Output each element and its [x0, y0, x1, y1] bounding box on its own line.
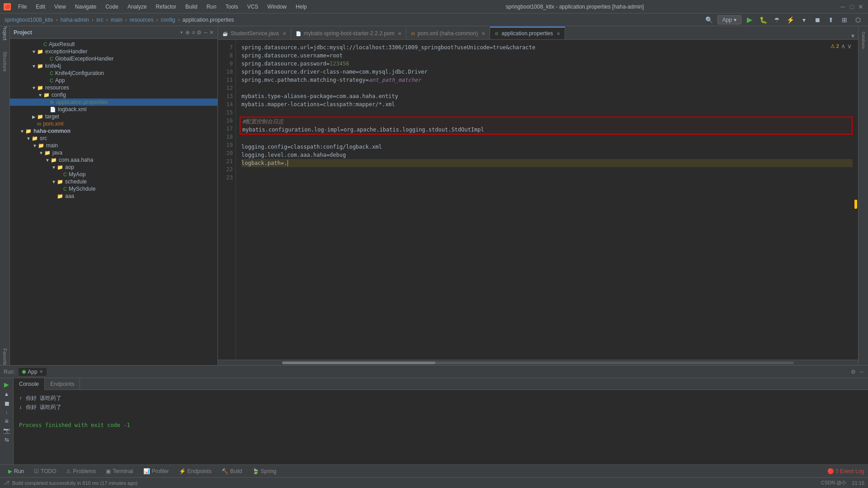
menu-build[interactable]: Build — [182, 3, 201, 11]
endpoints-tab[interactable]: Endpoints — [45, 378, 80, 390]
breadcrumb-project[interactable]: springboot1008_ktlx — [5, 17, 53, 23]
tree-item-logback[interactable]: 📄 logback.xml — [10, 106, 217, 113]
menu-tools[interactable]: Tools — [222, 3, 242, 11]
minimize-button[interactable]: ─ — [839, 3, 846, 10]
coverage-button[interactable]: ☂ — [771, 14, 782, 25]
code-content[interactable]: spring.datasource.url=jdbc:mysql://local… — [236, 40, 858, 360]
tree-item-myaop[interactable]: C MyAop — [10, 171, 217, 178]
tool-tab-run[interactable]: ▶ Run — [4, 467, 28, 475]
tree-item-java[interactable]: ▼ 📁 java — [10, 149, 217, 156]
favorites-icon[interactable]: Favorites — [0, 354, 9, 363]
profile-button[interactable]: ⚡ — [785, 14, 796, 25]
tab-close-btn[interactable]: ✕ — [283, 31, 286, 36]
tree-item-com-aaa-haha[interactable]: ▼ 📁 com.aaa.haha — [10, 156, 217, 164]
tab-application-props[interactable]: ⚙ application.properties ✕ — [490, 27, 565, 39]
tree-item-haha-common[interactable]: ▼ 📁 haha-common — [10, 127, 217, 135]
maximize-button[interactable]: □ — [848, 3, 855, 10]
breadcrumb-config[interactable]: config — [161, 17, 175, 23]
tree-item-src[interactable]: ▼ 📁 src — [10, 135, 217, 142]
tab-student-service[interactable]: ☕ StudentService.java ✕ — [218, 27, 291, 39]
run-tab-close[interactable]: ✕ — [39, 369, 43, 374]
panel-settings-btn[interactable]: ⚙ — [197, 29, 202, 36]
menu-window[interactable]: Window — [264, 3, 290, 11]
tree-item-resources[interactable]: ▼ 📁 resources — [10, 84, 217, 91]
menu-bar[interactable]: File Edit View Navigate Code Analyze Ref… — [14, 3, 311, 11]
run-panel-controls[interactable]: ⚙ ─ — [850, 368, 864, 376]
run-button[interactable]: ▶ — [744, 14, 755, 25]
tree-item-pom[interactable]: m pom.xml — [10, 120, 217, 127]
run-panel-minimize-btn[interactable]: ─ — [859, 368, 864, 376]
tool-tab-terminal[interactable]: ▣ Terminal — [101, 467, 137, 475]
menu-vcs[interactable]: VCS — [244, 3, 262, 11]
code-editor[interactable]: 7 8 9 10 11 12 13 14 15 16 17 18 19 20 2… — [218, 40, 858, 360]
debug-button[interactable]: 🐛 — [758, 14, 769, 25]
tree-item-config[interactable]: ▼ 📁 config — [10, 91, 217, 99]
run-wrap-btn[interactable]: ⇆ — [5, 436, 9, 443]
search-everywhere-btn[interactable]: 🔍 — [704, 14, 715, 25]
menu-file[interactable]: File — [14, 3, 30, 11]
console-tab[interactable]: Console — [14, 378, 45, 390]
menu-refactor[interactable]: Refactor — [152, 3, 180, 11]
tree-item-aop[interactable]: ▼ 📁 aop — [10, 164, 217, 171]
more-run-btn[interactable]: ▾ — [798, 14, 809, 25]
menu-view[interactable]: View — [51, 3, 70, 11]
tool-tab-problems[interactable]: ⚠ Problems — [61, 467, 100, 475]
event-log-label[interactable]: 🔴 3 Event Log — [827, 468, 864, 474]
structure-icon[interactable]: Structure — [0, 57, 9, 66]
breadcrumb-src[interactable]: src — [96, 17, 104, 23]
run-scroll-btn[interactable]: ↓ — [5, 410, 8, 415]
tree-item-knife4j[interactable]: ▼ 📁 knife4j — [10, 62, 217, 70]
scroll-down-btn[interactable]: ∨ — [847, 42, 852, 50]
breadcrumb-file[interactable]: application.properties — [183, 17, 234, 23]
tree-item-aaa[interactable]: 📁 aaa — [10, 192, 217, 200]
run-restart-btn[interactable]: ▶ — [4, 381, 9, 388]
run-app-tab[interactable]: App ✕ — [19, 368, 46, 376]
run-settings-btn[interactable]: ⚙ — [850, 368, 857, 376]
breadcrumb-main[interactable]: main — [111, 17, 123, 23]
stop-button[interactable]: ⏹ — [812, 14, 823, 25]
tree-item-ajaxresult[interactable]: C AjaxResult — [10, 41, 217, 48]
layout-button[interactable]: ⊞ — [839, 14, 850, 25]
close-button[interactable]: ✕ — [857, 3, 864, 10]
run-stop-btn[interactable]: ▲ — [4, 391, 9, 397]
panel-header-icons[interactable]: ⊕ ≡ ⚙ ─ ✕ — [185, 29, 214, 36]
editor-hscrollbar[interactable] — [218, 360, 858, 365]
tree-item-knife4jconfig[interactable]: C Knife4jConfiguration — [10, 70, 217, 77]
tree-item-myschdule[interactable]: C MySchdule — [10, 185, 217, 192]
tool-tab-endpoints[interactable]: ⚡ Endpoints — [175, 467, 216, 475]
breadcrumb-resources[interactable]: resources — [130, 17, 154, 23]
tree-item-app[interactable]: C App — [10, 77, 217, 84]
run-more-btn[interactable]: ≡ — [5, 418, 8, 425]
run-stop-process-btn[interactable]: ⏹ — [4, 400, 10, 407]
menu-code[interactable]: Code — [102, 3, 122, 11]
project-sidebar-toggle[interactable]: Project — [0, 28, 9, 37]
tree-item-exceptionhandler[interactable]: ▼ 📁 exceptionHandler — [10, 48, 217, 55]
panel-minimize-btn[interactable]: ─ — [203, 29, 208, 36]
menu-edit[interactable]: Edit — [32, 3, 49, 11]
panel-close-btn[interactable]: ✕ — [209, 29, 214, 36]
breadcrumb-module[interactable]: haha-admin — [60, 17, 89, 23]
tab-pom-common[interactable]: m pom.xml (haha-common) ✕ — [406, 27, 490, 39]
tab-close-btn[interactable]: ✕ — [398, 31, 401, 36]
tool-tab-spring[interactable]: 🍃 Spring — [248, 467, 281, 475]
tab-close-btn[interactable]: ✕ — [557, 31, 560, 36]
tree-item-globalexception[interactable]: C GlobalExceptionHandler — [10, 55, 217, 62]
collapse-all-btn[interactable]: ≡ — [192, 29, 195, 36]
tab-mybatis-pom[interactable]: 📄 mybatis-spring-boot-starter-2.2.2.pom … — [291, 27, 407, 39]
tool-tab-build[interactable]: 🔨 Build — [217, 467, 247, 475]
tree-item-target[interactable]: ▶ 📁 target — [10, 113, 217, 120]
tree-item-application-props[interactable]: ⚙ application.properties — [10, 99, 217, 106]
tool-tab-profiler[interactable]: 📊 Profiler — [139, 467, 174, 475]
tool-tab-todo[interactable]: ☑ TODO — [29, 467, 61, 475]
menu-run[interactable]: Run — [203, 3, 220, 11]
database-sidebar[interactable]: Database — [861, 28, 866, 53]
menu-help[interactable]: Help — [292, 3, 311, 11]
open-external[interactable]: ⬡ — [853, 14, 863, 25]
tree-item-main[interactable]: ▼ 📁 main — [10, 142, 217, 149]
menu-analyze[interactable]: Analyze — [124, 3, 151, 11]
run-camera-btn[interactable]: 📷 — [3, 427, 10, 434]
locate-file-btn[interactable]: ⊕ — [185, 29, 190, 36]
scroll-up-btn[interactable]: ∧ — [841, 42, 845, 50]
app-run-config[interactable]: App ▾ — [717, 15, 741, 24]
tree-item-schedule[interactable]: ▼ 📁 schedule — [10, 178, 217, 185]
